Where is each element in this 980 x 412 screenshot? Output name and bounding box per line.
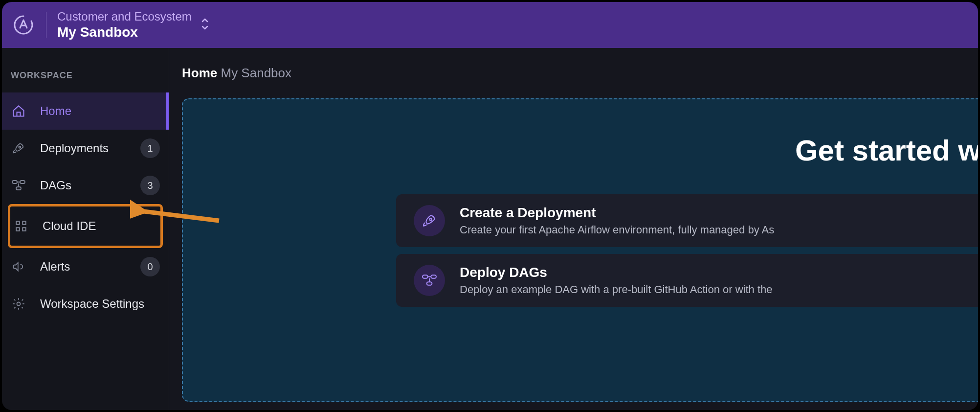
card-desc: Create your first Apache Airflow environ… <box>460 224 774 236</box>
workspace-name: My Sandbox <box>57 24 192 40</box>
sidebar-item-label: Cloud IDE <box>43 219 157 233</box>
dag-icon <box>11 179 26 192</box>
breadcrumb-root[interactable]: Home <box>182 66 217 80</box>
count-badge: 1 <box>140 138 160 158</box>
svg-point-0 <box>19 146 21 148</box>
gear-icon <box>11 297 26 311</box>
sidebar-item-label: Workspace Settings <box>40 297 160 311</box>
megaphone-icon <box>11 260 26 274</box>
svg-point-9 <box>430 218 432 220</box>
sidebar-item-label: DAGs <box>40 179 127 192</box>
svg-point-8 <box>17 302 21 306</box>
count-badge: 3 <box>140 176 160 195</box>
sidebar-item-label: Deployments <box>40 141 127 155</box>
org-name: Customer and Ecosystem <box>57 10 192 23</box>
card-deploy-dags[interactable]: Deploy DAGs Deploy an example DAG with a… <box>396 254 978 307</box>
home-icon <box>11 104 26 118</box>
sidebar-item-workspace-settings[interactable]: Workspace Settings <box>2 285 169 322</box>
sidebar: WORKSPACE Home Deployments 1 DAGs 3 <box>2 48 169 410</box>
sidebar-heading: WORKSPACE <box>2 63 169 92</box>
header-separator <box>46 12 46 38</box>
astronomer-logo[interactable] <box>12 13 35 37</box>
card-title: Deploy DAGs <box>460 265 773 280</box>
sidebar-item-cloud-ide[interactable]: Cloud IDE <box>10 206 160 246</box>
get-started-hero: Get started w Create a Deployment Create… <box>182 98 978 402</box>
card-desc: Deploy an example DAG with a pre-built G… <box>460 283 773 296</box>
svg-rect-10 <box>423 275 428 278</box>
grid-icon <box>13 220 29 232</box>
sidebar-item-deployments[interactable]: Deployments 1 <box>2 130 169 167</box>
annotation-highlight: Cloud IDE <box>8 204 163 248</box>
svg-rect-7 <box>22 228 26 231</box>
dag-icon <box>414 265 445 296</box>
sidebar-item-label: Alerts <box>40 260 127 274</box>
main-content: Home My Sandbox Get started w Create a D… <box>169 48 978 410</box>
breadcrumb: Home My Sandbox <box>169 48 978 98</box>
svg-rect-11 <box>431 275 436 278</box>
chevron-updown-icon <box>200 18 209 32</box>
svg-rect-3 <box>16 187 21 190</box>
rocket-icon <box>414 205 445 236</box>
card-title: Create a Deployment <box>460 205 774 221</box>
svg-rect-2 <box>20 181 25 183</box>
workspace-picker[interactable]: Customer and Ecosystem My Sandbox <box>57 10 209 40</box>
top-header: Customer and Ecosystem My Sandbox <box>2 2 978 48</box>
svg-rect-5 <box>22 221 26 225</box>
sidebar-item-label: Home <box>40 104 160 118</box>
count-badge: 0 <box>140 257 160 276</box>
rocket-icon <box>11 141 26 155</box>
hero-title: Get started w <box>795 134 978 167</box>
sidebar-item-alerts[interactable]: Alerts 0 <box>2 248 169 285</box>
svg-rect-6 <box>16 228 20 231</box>
svg-rect-12 <box>427 282 432 285</box>
breadcrumb-current: My Sandbox <box>221 66 291 80</box>
sidebar-item-dags[interactable]: DAGs 3 <box>2 167 169 204</box>
sidebar-item-home[interactable]: Home <box>2 92 169 130</box>
card-create-deployment[interactable]: Create a Deployment Create your first Ap… <box>396 194 978 247</box>
svg-rect-1 <box>12 181 17 183</box>
svg-rect-4 <box>16 221 20 225</box>
